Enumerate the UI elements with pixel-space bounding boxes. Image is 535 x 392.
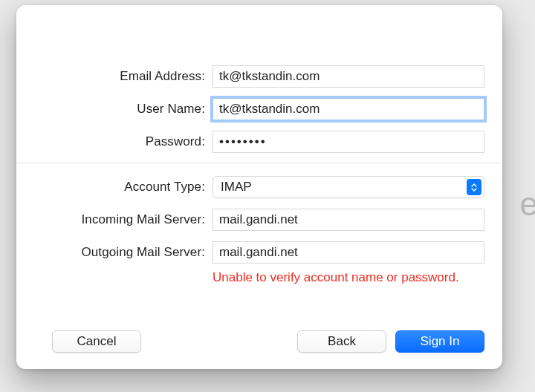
row-outgoing: Outgoing Mail Server:: [16, 236, 502, 269]
row-incoming: Incoming Mail Server:: [16, 203, 502, 236]
account-type-value: IMAP: [221, 180, 252, 195]
signin-button[interactable]: Sign In: [395, 330, 484, 353]
mail-account-sheet: Email Address: User Name: Password: Acco…: [16, 5, 502, 369]
cancel-button[interactable]: Cancel: [52, 330, 141, 353]
incoming-server-input[interactable]: [213, 209, 484, 231]
label-password: Password:: [16, 134, 213, 149]
background-glyph: e: [520, 186, 535, 223]
chevron-up-down-icon: [467, 179, 482, 195]
label-account-type: Account Type:: [16, 180, 213, 195]
form-area: Email Address: User Name: Password: Acco…: [16, 5, 502, 285]
email-input[interactable]: [213, 65, 484, 88]
label-outgoing: Outgoing Mail Server:: [16, 245, 213, 260]
row-email: Email Address:: [16, 60, 502, 93]
password-input[interactable]: [213, 131, 484, 153]
username-input[interactable]: [213, 98, 484, 120]
error-message: Unable to verify account name or passwor…: [213, 270, 459, 285]
label-username: User Name:: [16, 102, 213, 117]
row-account-type: Account Type: IMAP: [16, 171, 502, 203]
section-divider: [16, 163, 502, 163]
error-row: Unable to verify account name or passwor…: [16, 269, 502, 285]
label-incoming: Incoming Mail Server:: [16, 212, 213, 227]
back-button[interactable]: Back: [297, 330, 386, 353]
button-bar: Cancel Back Sign In: [16, 330, 502, 353]
row-username: User Name:: [16, 93, 502, 125]
outgoing-server-input[interactable]: [213, 241, 484, 264]
label-email: Email Address:: [16, 69, 213, 84]
account-type-select[interactable]: IMAP: [213, 176, 484, 198]
row-password: Password:: [16, 125, 502, 158]
